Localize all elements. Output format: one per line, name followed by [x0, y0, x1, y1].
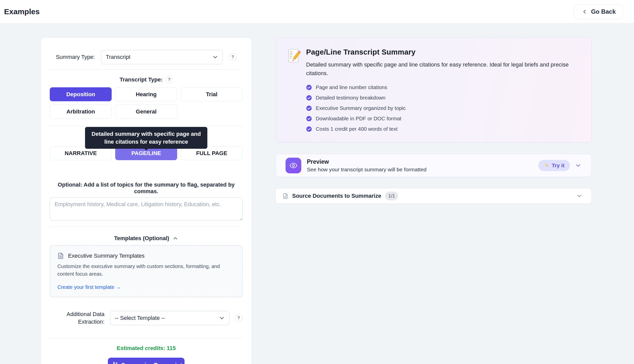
feature-bullet-list: Page and line number citations Detailed … [306, 84, 580, 132]
feature-header: Page/Line Transcript Summary Detailed su… [287, 48, 580, 78]
create-template-link[interactable]: Create your first template → [57, 284, 121, 290]
page-title: Examples [4, 7, 40, 16]
divider [50, 69, 243, 70]
summary-form-card: Summary Type: Transcript ? Transcript Ty… [41, 38, 252, 364]
divider [50, 227, 243, 227]
summary-type-value: Transcript [106, 54, 130, 60]
transcript-type-trial-button[interactable]: Trial [181, 87, 243, 101]
transcript-type-heading: Transcript Type: ? [50, 76, 243, 83]
extraction-template-value: -- Select Template -- [115, 315, 165, 321]
transcript-type-label: Transcript Type: [120, 76, 163, 83]
summarize-transcript-label: Summarize Transcript [121, 362, 182, 364]
summarize-transcript-button[interactable]: Summarize Transcript [108, 358, 185, 364]
feature-bullet-text: Detailed testimony breakdown [316, 95, 386, 101]
go-back-button[interactable]: Go Back [574, 4, 623, 19]
document-icon [282, 193, 288, 199]
estimated-credits: Estimated credits: 115 [50, 345, 243, 352]
summary-type-help-icon[interactable]: ? [229, 53, 237, 61]
source-documents-title: Source Documents to Summarize [292, 193, 381, 199]
feature-bullet: Downloadable in PDF or DOC format [306, 115, 580, 122]
feature-bullet-text: Executive Summary organized by topic [316, 105, 406, 111]
transcript-type-options: Deposition Hearing Trial Arbitration Gen… [50, 87, 243, 119]
preview-expand-chevron-icon[interactable] [575, 162, 582, 169]
extraction-label-line2: Extraction: [50, 318, 105, 326]
check-circle-icon [306, 85, 312, 90]
preview-subtitle: See how your transcript summary will be … [307, 167, 427, 173]
go-back-label: Go Back [591, 8, 616, 15]
top-bar: Examples Go Back [0, 0, 634, 23]
divider [50, 338, 243, 338]
feature-bullet: Detailed testimony breakdown [306, 95, 580, 101]
templates-card-description: Customize the executive summary with cus… [57, 262, 232, 278]
extraction-help-icon[interactable]: ? [235, 314, 243, 322]
sparkles-icon [110, 361, 118, 364]
topics-label: Optional: Add a list of topics for the s… [50, 181, 243, 195]
chevron-down-icon [219, 315, 225, 321]
extraction-label: Additional Data Extraction: [50, 310, 105, 325]
memo-icon [287, 48, 301, 78]
extraction-template-select[interactable]: -- Select Template -- [110, 311, 229, 325]
document-icon [57, 252, 64, 259]
transcript-type-deposition-button[interactable]: Deposition [50, 87, 112, 101]
sparkle-icon [544, 163, 549, 168]
page-mode-tooltip: Detailed summary with specific page and … [85, 127, 207, 149]
chevron-up-icon [172, 235, 178, 241]
page-mode-section: Detailed summary with specific page and … [50, 126, 243, 160]
feature-header-texts: Page/Line Transcript Summary Detailed su… [306, 48, 578, 78]
feature-bullet: Costs 1 credit per 400 words of text [306, 126, 580, 132]
feature-bullet: Page and line number citations [306, 84, 580, 90]
check-circle-icon [306, 126, 312, 132]
templates-section-toggle[interactable]: Templates (Optional) [50, 235, 243, 242]
feature-bullet: Executive Summary organized by topic [306, 105, 580, 111]
try-it-button[interactable]: Try it [538, 160, 570, 171]
transcript-type-arbitration-button[interactable]: Arbitration [50, 105, 112, 119]
submit-row: Summarize Transcript [50, 358, 243, 364]
details-column: Page/Line Transcript Summary Detailed su… [276, 38, 592, 204]
main-content: Summary Type: Transcript ? Transcript Ty… [0, 23, 634, 364]
check-circle-icon [306, 116, 312, 122]
source-documents-accordion[interactable]: Source Documents to Summarize 1/1 [276, 188, 592, 204]
summary-type-label: Summary Type: [56, 54, 95, 60]
check-circle-icon [306, 105, 312, 111]
chevron-down-icon [212, 54, 219, 60]
transcript-type-general-button[interactable]: General [115, 105, 177, 119]
topics-input[interactable] [50, 197, 243, 221]
eye-icon [286, 158, 301, 173]
summary-type-select[interactable]: Transcript [101, 50, 223, 64]
extraction-row: Additional Data Extraction: -- Select Te… [50, 310, 243, 325]
extraction-label-line1: Additional Data [50, 310, 105, 318]
templates-card-title: Executive Summary Templates [68, 253, 145, 259]
feature-bullet-text: Costs 1 credit per 400 words of text [316, 126, 397, 132]
try-it-label: Try it [552, 162, 564, 169]
transcript-type-hearing-button[interactable]: Hearing [115, 87, 177, 101]
feature-title: Page/Line Transcript Summary [306, 48, 578, 56]
feature-description: Detailed summary with specific page and … [306, 60, 578, 78]
summary-type-row: Summary Type: Transcript ? [50, 50, 243, 64]
feature-bullet-text: Page and line number citations [316, 84, 387, 90]
check-circle-icon [306, 95, 312, 101]
preview-card: Preview See how your transcript summary … [276, 154, 592, 177]
source-documents-count-badge: 1/1 [385, 192, 398, 200]
preview-title: Preview [307, 158, 427, 165]
feature-bullet-text: Downloadable in PDF or DOC format [316, 115, 401, 122]
chevron-left-icon [581, 9, 588, 15]
chevron-down-icon[interactable] [576, 193, 583, 199]
templates-section-label: Templates (Optional) [114, 235, 169, 242]
templates-title-row: Executive Summary Templates [57, 252, 235, 259]
templates-card: Executive Summary Templates Customize th… [50, 245, 243, 297]
transcript-type-help-icon[interactable]: ? [166, 76, 173, 83]
preview-texts: Preview See how your transcript summary … [307, 158, 427, 173]
summary-feature-card: Page/Line Transcript Summary Detailed su… [276, 38, 592, 142]
